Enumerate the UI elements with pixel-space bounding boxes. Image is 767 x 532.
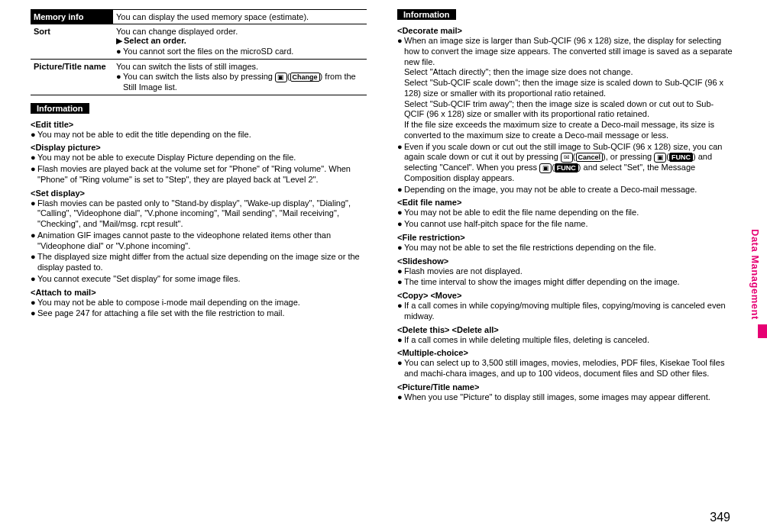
section-title: <Copy> <Move>: [397, 291, 733, 300]
bullet-item: ●Flash movies are not displayed.: [397, 266, 733, 277]
section-title: <Decorate mail>: [397, 26, 733, 35]
right-column: Information <Decorate mail>●When an imag…: [397, 9, 733, 404]
soft-label: Cancel: [576, 153, 604, 162]
section-title: <Edit title>: [31, 120, 367, 129]
bullet-item: ●You may not be able to execute Display …: [31, 153, 367, 163]
side-tab-marker: [758, 324, 767, 338]
bullet-item: ●You may not be able to edit the title d…: [31, 130, 367, 140]
bullet-item: ●If a call comes in while copying/moving…: [397, 301, 733, 322]
bullet-item: ●When you use "Picture" to display still…: [397, 392, 733, 403]
camera-key-icon: ▣: [539, 163, 552, 173]
bullet-item: ●You may not be able to edit the file na…: [397, 208, 733, 218]
bullet-item: ●You may not be able to set the file res…: [397, 243, 733, 253]
bullet-item: ●Animation GIF images cannot paste to th…: [31, 231, 367, 252]
soft-label: Change: [290, 73, 320, 82]
left-column: Memory infoYou can display the used memo…: [31, 9, 367, 404]
bullet-item: ●You may not be able to compose i-mode m…: [31, 298, 367, 308]
bullet-item: ●The displayed size might differ from th…: [31, 252, 367, 273]
bullet-item: ●Even if you scale down or cut out the s…: [397, 142, 733, 184]
bullet-item: ●Flash movies can be pasted only to "Sta…: [31, 198, 367, 230]
bullet-item: ●When an image size is larger than Sub-Q…: [397, 36, 733, 141]
section-title: <Slideshow>: [397, 256, 733, 266]
page-number: 349: [710, 511, 730, 524]
table-label: Sort: [31, 24, 113, 60]
right-sections: <Decorate mail>●When an image size is la…: [397, 26, 733, 403]
info-header: Information: [31, 103, 89, 114]
bullet-item: ●The time interval to show the images mi…: [397, 277, 733, 288]
page: Memory infoYou can display the used memo…: [0, 0, 767, 404]
bullet-item: ●See page 247 for attaching a file set w…: [31, 308, 367, 319]
info-table: Memory infoYou can display the used memo…: [31, 9, 367, 95]
bullet-item: ●If a call comes in while deleting multi…: [397, 335, 733, 346]
section-title: <Picture/Title name>: [397, 382, 733, 392]
bullet-item: ●You cannot execute "Set display" for so…: [31, 274, 367, 285]
soft-label: FUNC: [555, 163, 578, 172]
soft-label: FUNC: [669, 153, 693, 162]
table-content: You can display the used memory space (e…: [113, 10, 367, 24]
table-label: Memory info: [31, 10, 113, 24]
camera-key-icon: ▣: [654, 153, 666, 163]
table-content: You can switch the lists of still images…: [113, 60, 367, 95]
section-title: <Set display>: [31, 189, 367, 198]
bullet-item: ●You can select up to 3,500 still images…: [397, 358, 733, 379]
section-title: <Delete this> <Delete all>: [397, 325, 733, 334]
camera-key-icon: ▣: [275, 73, 287, 82]
section-title: <Edit file name>: [397, 198, 733, 207]
mail-key-icon: ✉: [561, 153, 573, 163]
bullet-item: ●Depending on the image, you may not be …: [397, 185, 733, 195]
section-title: <File restriction>: [397, 233, 733, 242]
left-sections: <Edit title>●You may not be able to edit…: [31, 120, 367, 320]
info-header: Information: [397, 9, 456, 20]
table-label: Picture/Title name: [31, 60, 113, 95]
section-title: <Attach to mail>: [31, 288, 367, 297]
section-title: <Multiple-choice>: [397, 348, 733, 357]
bullet-item: ●You cannot use half-pitch space for the…: [397, 219, 733, 230]
side-tab: Data Management: [749, 229, 761, 320]
table-content: You can change displayed order.▶Select a…: [113, 24, 367, 60]
bullet-item: ●Flash movies are played back at the vol…: [31, 164, 367, 185]
section-title: <Display picture>: [31, 143, 367, 152]
